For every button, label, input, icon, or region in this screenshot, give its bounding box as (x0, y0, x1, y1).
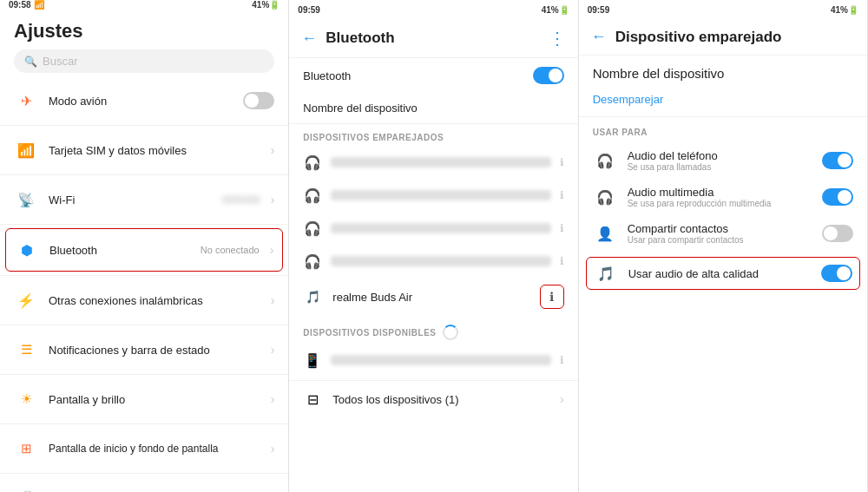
device-name-row[interactable]: Nombre del dispositivo (289, 93, 577, 124)
chevron-icon-otras: › (271, 293, 275, 307)
sidebar-item-tarjeta-sim[interactable]: 📶 Tarjeta SIM y datos móviles › (0, 129, 288, 171)
realme-buds-row[interactable]: 🎵 realme Buds Air ℹ (289, 278, 577, 316)
tarjeta-sim-label: Tarjeta SIM y datos móviles (49, 144, 260, 157)
paired-info-4: ℹ (560, 255, 564, 267)
paired-device-1[interactable]: 🎧 ℹ (289, 146, 577, 179)
ajustes-header: Ajustes 🔍 Buscar (0, 10, 288, 80)
compartir-contactos-title: Compartir contactos (628, 222, 812, 235)
all-devices-label: Todos los dispositivos (1) (332, 393, 549, 406)
compartir-contactos-sub: Usar para compartir contactos (628, 235, 812, 245)
battery-3: 41%🔋 (831, 5, 858, 15)
loading-spinner (443, 325, 458, 340)
pantalla-inicio-label: Pantalla de inicio y fondo de pantalla (49, 443, 260, 455)
compartir-contactos-row[interactable]: 👤 Compartir contactos Usar para comparti… (579, 215, 867, 252)
bluetooth-row-label: Bluetooth (303, 69, 522, 82)
modo-avion-toggle[interactable] (243, 92, 274, 109)
audio-telefono-toggle[interactable] (822, 152, 853, 169)
divider-3 (0, 224, 288, 225)
hd-audio-icon: 🎵 (594, 266, 618, 282)
menu-list: ✈ Modo avión 📶 Tarjeta SIM y datos móvil… (0, 80, 288, 492)
all-devices-row[interactable]: ⊟ Todos los dispositivos (1) › (289, 380, 577, 417)
divider-2 (0, 174, 288, 175)
bluetooth-toggle-row[interactable]: Bluetooth (289, 58, 577, 93)
sound-icon: 🔊 (14, 486, 38, 492)
battery-1: 41%🔋 (252, 0, 279, 10)
sidebar-item-otras-conexiones[interactable]: ⚡ Otras conexiones inalámbricas › (0, 279, 288, 321)
brightness-icon: ☀ (14, 387, 38, 411)
search-icon: 🔍 (24, 56, 37, 68)
search-bar[interactable]: 🔍 Buscar (14, 49, 274, 73)
chevron-icon-pb: › (271, 392, 275, 406)
back-button-bt[interactable]: ← (301, 30, 317, 48)
divider-7 (0, 423, 288, 424)
wifi-label: Wi-Fi (49, 194, 212, 207)
sidebar-item-bluetooth[interactable]: ⬢ Bluetooth No conectado › (5, 228, 283, 272)
audio-multimedia-sub: Se usa para reproducción multimedia (628, 199, 812, 208)
paired-device-3[interactable]: 🎧 ℹ (289, 212, 577, 245)
status-right-1: 41%🔋 (252, 0, 279, 10)
sidebar-item-wifi[interactable]: 📡 Wi-Fi XXXXXX › (0, 179, 288, 220)
bluetooth-toggle[interactable] (533, 67, 564, 84)
bluetooth-label: Bluetooth (49, 244, 190, 257)
sidebar-item-sonido[interactable]: 🔊 Sonido y vibración › (0, 477, 288, 492)
back-button-disp[interactable]: ← (591, 28, 607, 46)
device-icon-4: 🎧 (303, 252, 322, 271)
more-icon-bt[interactable]: ⋮ (549, 28, 566, 49)
divider-8 (0, 473, 288, 474)
headphone-icon-2: 🎧 (593, 189, 617, 206)
bluetooth-title: Bluetooth (326, 30, 539, 47)
sidebar-item-notificaciones[interactable]: ☰ Notificaciones y barra de estado › (0, 329, 288, 371)
wifi-icon: 📡 (14, 187, 38, 212)
chevron-all-devices: › (560, 392, 564, 406)
panel-dispositivo: 09:59 41%🔋 ← Dispositivo emparejado Nomb… (579, 0, 868, 492)
paired-device-2[interactable]: 🎧 ℹ (289, 179, 577, 212)
avail-icon-1: 📱 (303, 351, 322, 370)
sidebar-item-modo-avion[interactable]: ✈ Modo avión (0, 80, 288, 121)
sidebar-item-pantalla-brillo[interactable]: ☀ Pantalla y brillo › (0, 378, 288, 420)
wireless-icon: ⚡ (14, 288, 38, 312)
search-placeholder: Buscar (43, 55, 77, 68)
time-3: 09:59 (588, 5, 610, 15)
paired-name-4 (331, 256, 550, 266)
panel-bluetooth: 09:59 41%🔋 ← Bluetooth ⋮ Bluetooth Nombr… (289, 0, 578, 492)
paired-name-1 (331, 157, 550, 167)
available-device-1[interactable]: 📱 ℹ (289, 344, 577, 377)
status-bar-3: 09:59 41%🔋 (579, 0, 867, 19)
dispositivo-title: Dispositivo emparejado (615, 29, 855, 46)
device-name-box: Nombre del dispositivo Desemparejar (579, 56, 867, 117)
earbuds-icon: 🎵 (303, 287, 322, 306)
avail-info-1: ℹ (560, 354, 564, 366)
audio-telefono-title: Audio del teléfono (628, 149, 812, 162)
paired-name-3 (331, 223, 550, 233)
compartir-contactos-toggle[interactable] (822, 225, 853, 242)
pantalla-brillo-label: Pantalla y brillo (49, 393, 260, 406)
status-bar-1: 09:58 📶 41%🔋 (0, 0, 288, 10)
avail-name-1 (331, 355, 550, 365)
time-1: 09:58 (9, 0, 31, 10)
paired-section-label: DISPOSITIVOS EMPAREJADOS (289, 124, 577, 146)
bluetooth-header: ← Bluetooth ⋮ (289, 19, 577, 58)
device-icon-3: 🎧 (303, 219, 322, 238)
paired-device-4[interactable]: 🎧 ℹ (289, 245, 577, 278)
sim-icon: 📶 (14, 138, 38, 162)
chevron-icon-pi: › (271, 442, 275, 456)
high-quality-audio-row[interactable]: 🎵 Usar audio de alta calidad (586, 257, 860, 290)
chevron-icon-sim: › (271, 143, 275, 157)
signal-icons-1: 📶 (34, 0, 44, 10)
status-time-1: 09:58 📶 (9, 0, 44, 10)
contacts-icon: 👤 (593, 226, 617, 242)
audio-telefono-sub: Se usa para llamadas (628, 162, 812, 172)
desemparejar-button[interactable]: Desemparejar (593, 88, 853, 111)
audio-telefono-text: Audio del teléfono Se usa para llamadas (628, 149, 812, 172)
device-name-text: Nombre del dispositivo (593, 66, 853, 81)
realme-info-button[interactable]: ℹ (540, 285, 564, 309)
high-quality-toggle[interactable] (821, 265, 852, 282)
device-name-label: Nombre del dispositivo (303, 102, 563, 115)
bluetooth-sublabel: No conectado (201, 245, 260, 255)
audio-telefono-row[interactable]: 🎧 Audio del teléfono Se usa para llamada… (579, 142, 867, 179)
modo-avion-label: Modo avión (49, 95, 233, 108)
audio-multimedia-row[interactable]: 🎧 Audio multimedia Se usa para reproducc… (579, 179, 867, 215)
audio-multimedia-toggle[interactable] (822, 188, 853, 206)
chevron-icon-wifi: › (271, 193, 275, 207)
sidebar-item-pantalla-inicio[interactable]: ⊞ Pantalla de inicio y fondo de pantalla… (0, 428, 288, 469)
